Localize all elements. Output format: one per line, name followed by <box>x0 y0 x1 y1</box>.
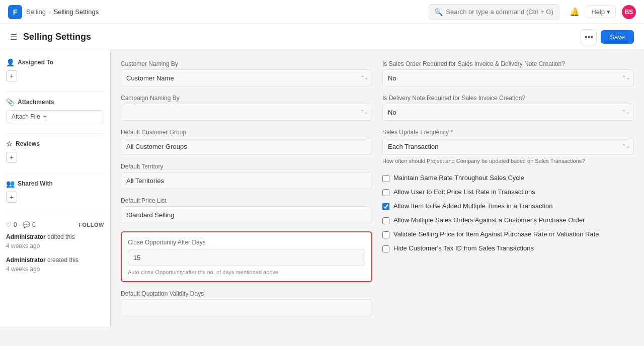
header-actions: ••• Save <box>581 29 634 45</box>
sidebar: 👤 Assigned To + 📎 Attachments Attach Fil… <box>0 50 111 326</box>
reviews-label: Reviews <box>16 140 40 147</box>
activity-action-0: edited this <box>47 233 75 240</box>
activity-stats: ♡ 0 · 💬 0 FOLLOW <box>6 221 104 228</box>
sales-update-freq-select[interactable]: Each Transaction <box>382 138 634 155</box>
default-territory-input[interactable] <box>121 172 372 189</box>
sales-update-freq-group: Sales Update Frequency * Each Transactio… <box>382 129 634 164</box>
comments-count: 0 <box>32 221 36 228</box>
assigned-to-header: 👤 Assigned To <box>6 58 104 66</box>
hamburger-icon[interactable]: ☰ <box>10 32 17 42</box>
default-price-list-group: Default Price List <box>121 197 372 223</box>
checkbox-1: Allow User to Edit Price List Rate in Tr… <box>382 188 634 196</box>
delivery-note-required-wrapper: No Yes <box>382 104 634 121</box>
default-territory-group: Default Territory <box>121 163 372 189</box>
help-button[interactable]: Help ▾ <box>586 6 616 18</box>
reviews-header: ☆ Reviews <box>6 140 104 148</box>
attachments-header: 📎 Attachments <box>6 98 104 106</box>
close-opportunity-label: Close Opportunity After Days <box>128 239 206 246</box>
default-price-list-input[interactable] <box>121 206 372 223</box>
avatar[interactable]: BS <box>622 5 636 19</box>
app-logo[interactable]: F <box>8 5 22 19</box>
shared-with-label: Shared With <box>18 180 53 187</box>
checkbox-input-4[interactable] <box>382 231 389 238</box>
divider-2 <box>6 133 104 134</box>
dot-separator: · <box>19 221 21 228</box>
breadcrumb-chevron-1: › <box>49 9 51 15</box>
customer-naming-by-label: Customer Naming By <box>121 60 372 67</box>
right-form-column: Is Sales Order Required for Sales Invoic… <box>382 60 634 316</box>
checkbox-input-5[interactable] <box>382 245 389 252</box>
heart-icon: ♡ <box>6 221 12 228</box>
checkbox-3: Allow Multiple Sales Orders Against a Cu… <box>382 216 634 224</box>
add-review-button[interactable]: + <box>6 152 17 163</box>
checkbox-label-1: Allow User to Edit Price List Rate in Tr… <box>393 188 535 196</box>
sales-order-required-group: Is Sales Order Required for Sales Invoic… <box>382 60 634 86</box>
customer-naming-by-select[interactable]: Customer Name <box>121 69 372 86</box>
attach-plus-icon: + <box>43 113 47 120</box>
close-opportunity-input[interactable] <box>128 249 365 266</box>
checkbox-5: Hide Customer's Tax ID from Sales Transa… <box>382 244 634 252</box>
campaign-naming-by-wrapper <box>121 104 372 121</box>
default-customer-group-label: Default Customer Group <box>121 129 372 136</box>
page-header: ☰ Selling Settings ••• Save <box>0 24 644 50</box>
checkbox-label-3: Allow Multiple Sales Orders Against a Cu… <box>393 216 585 224</box>
activity-time-0: 4 weeks ago <box>6 242 40 249</box>
checkbox-input-3[interactable] <box>382 217 389 224</box>
checkbox-2: Allow Item to Be Added Multiple Times in… <box>382 202 634 210</box>
more-button[interactable]: ••• <box>581 29 597 45</box>
search-input[interactable] <box>446 8 554 16</box>
bell-icon[interactable]: 🔔 <box>570 7 580 17</box>
checkboxes-container: Maintain Same Rate Throughout Sales Cycl… <box>382 174 634 252</box>
activity-item-0: Administrator edited this 4 weeks ago <box>6 232 104 250</box>
checkbox-label-0: Maintain Same Rate Throughout Sales Cycl… <box>393 174 524 182</box>
reviews-section: ☆ Reviews + <box>6 140 104 163</box>
attachment-icon: 📎 <box>6 98 15 106</box>
topnav-actions: 🔔 Help ▾ BS <box>570 5 636 19</box>
default-customer-group-input[interactable] <box>121 138 372 155</box>
delivery-note-required-group: Is Delivery Note Required for Sales Invo… <box>382 95 634 121</box>
attach-file-label: Attach File <box>12 113 40 120</box>
assigned-to-section: 👤 Assigned To + <box>6 58 104 81</box>
sales-update-freq-hint: How often should Project and Company be … <box>382 158 634 164</box>
checkbox-input-0[interactable] <box>382 175 389 182</box>
attachments-section: 📎 Attachments Attach File + <box>6 98 104 123</box>
checkbox-input-2[interactable] <box>382 203 389 210</box>
campaign-naming-by-group: Campaign Naming By <box>121 95 372 121</box>
attach-file-button[interactable]: Attach File + <box>6 110 104 123</box>
comment-icon: 💬 <box>23 221 30 228</box>
save-button[interactable]: Save <box>601 30 634 44</box>
default-quotation-validity-input[interactable] <box>121 299 372 316</box>
campaign-naming-by-select[interactable] <box>121 104 372 121</box>
checkbox-label-5: Hide Customer's Tax ID from Sales Transa… <box>393 244 534 252</box>
breadcrumb-current: Selling Settings <box>54 8 99 16</box>
shared-with-section: 👥 Shared With + <box>6 180 104 203</box>
divider-3 <box>6 173 104 174</box>
breadcrumb: Selling › Selling Settings <box>26 8 99 16</box>
help-label: Help <box>591 8 605 16</box>
default-quotation-validity-label: Default Quotation Validity Days <box>121 290 372 297</box>
activity-user-1: Administrator <box>6 256 46 264</box>
breadcrumb-selling[interactable]: Selling <box>26 8 46 16</box>
sales-update-freq-wrapper: Each Transaction <box>382 138 634 155</box>
sales-order-required-label: Is Sales Order Required for Sales Invoic… <box>382 60 634 67</box>
shared-with-header: 👥 Shared With <box>6 180 104 188</box>
delivery-note-required-select[interactable]: No Yes <box>382 104 634 121</box>
divider-4 <box>6 213 104 213</box>
activity-action-1: created this <box>47 256 78 264</box>
default-customer-group-group: Default Customer Group <box>121 129 372 155</box>
close-opportunity-hint: Auto close Opportunity after the no. of … <box>128 269 365 275</box>
sales-order-required-select[interactable]: No Yes <box>382 69 634 86</box>
checkbox-4: Validate Selling Price for Item Against … <box>382 230 634 238</box>
add-shared-button[interactable]: + <box>6 192 17 203</box>
checkbox-input-1[interactable] <box>382 189 389 196</box>
activity-time-1: 4 weeks ago <box>6 266 40 273</box>
add-assigned-button[interactable]: + <box>6 70 17 81</box>
sales-order-required-wrapper: No Yes <box>382 69 634 86</box>
assigned-to-label: Assigned To <box>18 59 53 66</box>
search-bar[interactable]: 🔍 <box>429 4 559 20</box>
activity-item-1: Administrator created this 4 weeks ago <box>6 255 104 274</box>
default-price-list-label: Default Price List <box>121 197 372 204</box>
main-content: Customer Naming By Customer Name Campaig… <box>111 50 644 326</box>
follow-button[interactable]: FOLLOW <box>78 222 104 228</box>
attachments-label: Attachments <box>18 99 54 106</box>
